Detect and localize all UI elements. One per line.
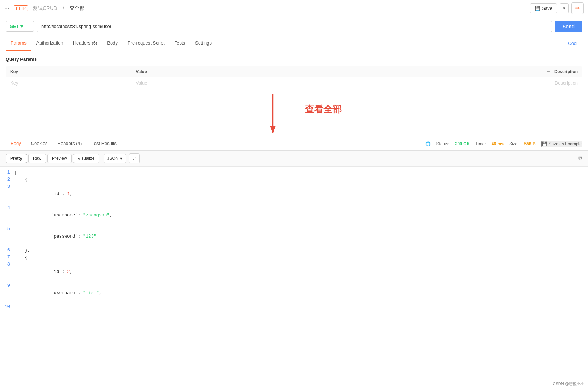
status-label: Status: [436, 141, 449, 146]
query-params-title: Query Params [6, 57, 582, 62]
save-icon: 💾 [535, 6, 540, 11]
code-line: 3 "id": 1, [0, 184, 588, 205]
code-line: 9 "username": "lisi", [0, 283, 588, 304]
copy-button[interactable]: ⧉ [578, 155, 582, 162]
col-description: ··· Description [282, 66, 582, 77]
tab-params[interactable]: Params [6, 36, 31, 51]
method-select[interactable]: GET ▾ [6, 21, 34, 32]
code-line: 2 { [0, 176, 588, 184]
code-line: 8 "id": 2, [0, 261, 588, 283]
tab-tests[interactable]: Tests [170, 36, 190, 51]
query-params-section: Query Params Key Value ··· Description K… [0, 51, 588, 94]
params-table: Key Value ··· Description Key Value Desc… [6, 66, 582, 89]
method-caret-icon: ▾ [20, 24, 23, 29]
tab-headers[interactable]: Headers (6) [68, 36, 102, 51]
size-value: 558 B [524, 141, 536, 146]
key-cell[interactable]: Key [6, 77, 132, 89]
method-label: GET [10, 24, 19, 29]
pretty-button[interactable]: Pretty [6, 154, 27, 163]
save-as-example-button[interactable]: 💾 Save as Example [541, 141, 582, 147]
send-button[interactable]: Send [555, 21, 582, 32]
http-method-badge: HTTP [14, 5, 28, 11]
code-line: 10 "password": "234" [0, 304, 588, 308]
time-label: Time: [475, 141, 486, 146]
cookies-link[interactable]: Cool [563, 36, 582, 50]
annotation-text: 查看全部 [305, 103, 342, 116]
format-caret-icon: ▾ [120, 156, 122, 161]
body-toolbar: Pretty Raw Preview Visualize JSON ▾ ⇌ ⧉ [0, 151, 588, 167]
response-tab-body[interactable]: Body [6, 137, 26, 150]
preview-button[interactable]: Preview [47, 154, 72, 163]
response-tab-test-results[interactable]: Test Results [87, 137, 122, 150]
save-example-label: Save as Example [549, 141, 582, 146]
code-area[interactable]: 1 [ 2 { 3 "id": 1, 4 "username": "zhangs… [0, 167, 588, 308]
code-line: 1 [ [0, 169, 588, 176]
status-value: 200 OK [455, 141, 470, 146]
save-dropdown-button[interactable]: ▾ [560, 3, 569, 13]
request-tabs: Params Authorization Headers (6) Body Pr… [0, 36, 588, 51]
format-select[interactable]: JSON ▾ [104, 154, 126, 163]
code-line: 7 { [0, 254, 588, 261]
save-button[interactable]: 💾 Save [530, 3, 557, 13]
col-desc-label: Description [554, 69, 578, 74]
save-label: Save [542, 6, 552, 11]
response-meta: 🌐 Status: 200 OK Time: 46 ms Size: 558 B… [425, 141, 582, 147]
wrap-button[interactable]: ⇌ [129, 153, 140, 163]
top-bar-actions: 💾 Save ▾ ✏ [530, 2, 584, 14]
dots-menu-icon[interactable]: ··· [4, 5, 10, 12]
table-dots-icon[interactable]: ··· [547, 69, 551, 74]
value-cell[interactable]: Value [131, 77, 282, 89]
response-tabs-bar: Body Cookies Headers (4) Test Results 🌐 … [0, 137, 588, 151]
response-tab-cookies[interactable]: Cookies [26, 137, 53, 150]
tab-settings[interactable]: Settings [190, 36, 217, 51]
raw-button[interactable]: Raw [28, 154, 46, 163]
col-key: Key [6, 66, 132, 77]
table-row: Key Value Description [6, 77, 582, 89]
breadcrumb-parent[interactable]: 测试CRUD [33, 5, 57, 11]
code-line: 4 "username": "zhangsan", [0, 205, 588, 226]
col-value: Value [131, 66, 282, 77]
globe-icon: 🌐 [425, 141, 431, 146]
size-label: Size: [509, 141, 519, 146]
format-label: JSON [107, 156, 119, 161]
top-bar: ··· HTTP 测试CRUD / 查全部 💾 Save ▾ ✏ [0, 0, 588, 17]
desc-cell[interactable]: Description [282, 77, 582, 89]
url-input[interactable] [37, 21, 552, 32]
edit-button[interactable]: ✏ [571, 2, 584, 14]
visualize-button[interactable]: Visualize [73, 154, 99, 163]
tab-prerequest[interactable]: Pre-request Script [123, 36, 170, 51]
save-example-icon: 💾 [542, 141, 547, 146]
response-tab-headers[interactable]: Headers (4) [53, 137, 87, 150]
code-line: 6 }, [0, 247, 588, 254]
url-bar: GET ▾ Send [0, 17, 588, 36]
tab-body[interactable]: Body [102, 36, 123, 51]
tab-authorization[interactable]: Authorization [31, 36, 68, 51]
breadcrumb-current: 查全部 [70, 5, 84, 11]
time-value: 46 ms [492, 141, 504, 146]
breadcrumb-sep: / [63, 5, 64, 11]
breadcrumb: 测试CRUD / 查全部 [31, 5, 87, 12]
arrow-diagram [262, 94, 283, 137]
code-line: 5 "password": "123" [0, 226, 588, 247]
annotation-area: 查看全部 [0, 94, 588, 137]
